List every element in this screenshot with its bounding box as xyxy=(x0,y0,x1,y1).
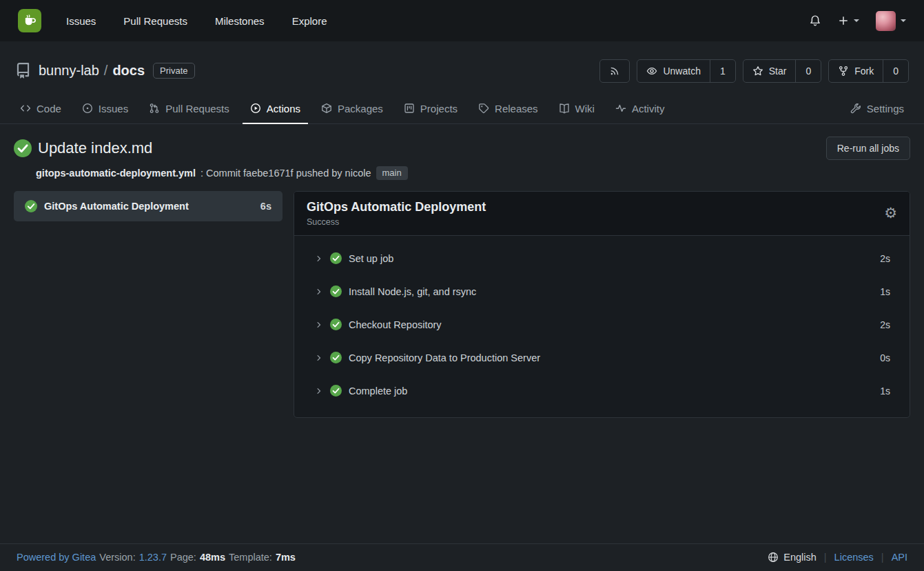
step-row[interactable]: Checkout Repository 2s xyxy=(294,308,910,341)
run-body: GitOps Automatic Deployment 6s GitOps Au… xyxy=(14,191,910,418)
tab-releases[interactable]: Releases xyxy=(471,94,546,124)
tab-wiki[interactable]: Wiki xyxy=(551,94,602,124)
navbar-right xyxy=(809,11,906,31)
play-circle-icon xyxy=(250,103,261,114)
tab-code[interactable]: Code xyxy=(12,94,69,124)
gitea-logo[interactable] xyxy=(18,9,41,32)
tab-packages[interactable]: Packages xyxy=(314,94,391,124)
pull-request-icon xyxy=(149,103,160,114)
fork-button[interactable]: Fork xyxy=(829,60,883,82)
tab-label: Pull Requests xyxy=(165,103,229,114)
gear-icon[interactable]: ⚙ xyxy=(884,206,897,221)
repo-name: bunny-lab / docs xyxy=(39,63,145,79)
step-row[interactable]: Complete job 1s xyxy=(294,374,910,408)
api-link[interactable]: API xyxy=(892,552,907,563)
package-icon xyxy=(321,103,332,114)
success-check-icon xyxy=(330,385,342,397)
issue-icon xyxy=(82,103,93,114)
repo-link[interactable]: docs xyxy=(112,63,145,79)
repo-owner-link[interactable]: bunny-lab xyxy=(39,63,99,79)
project-board-icon xyxy=(404,103,415,114)
wrench-icon xyxy=(850,103,861,114)
tab-settings[interactable]: Settings xyxy=(843,94,912,124)
star-icon xyxy=(752,66,763,77)
bell-icon xyxy=(809,14,821,27)
chevron-right-icon xyxy=(315,354,323,362)
step-name: Set up job xyxy=(349,253,393,264)
unwatch-button[interactable]: Unwatch xyxy=(637,60,709,82)
success-check-icon xyxy=(25,200,37,212)
nav-pull-requests[interactable]: Pull Requests xyxy=(110,8,201,34)
tag-icon xyxy=(478,103,489,114)
chevron-right-icon xyxy=(315,321,323,329)
tab-pull-requests[interactable]: Pull Requests xyxy=(141,94,237,124)
success-check-icon xyxy=(14,139,32,157)
tab-actions[interactable]: Actions xyxy=(243,94,308,124)
tab-activity[interactable]: Activity xyxy=(608,94,673,124)
job-panel-title: GitOps Automatic Deployment xyxy=(307,200,486,214)
tab-label: Issues xyxy=(99,103,128,114)
tab-label: Code xyxy=(37,103,61,114)
version-link[interactable]: 1.23.7 xyxy=(139,552,167,563)
tab-label: Actions xyxy=(267,103,300,114)
language-label: English xyxy=(783,552,817,563)
step-row[interactable]: Install Node.js, git, and rsync 1s xyxy=(294,275,910,308)
job-steps-list: Set up job 2s Install Node.js, git, and … xyxy=(294,236,910,417)
run-title-row: Update index.md Re-run all jobs xyxy=(14,137,910,160)
job-list-item[interactable]: GitOps Automatic Deployment 6s xyxy=(14,191,283,221)
language-selector[interactable]: English xyxy=(768,552,817,563)
branch-badge[interactable]: main xyxy=(376,166,408,180)
chevron-right-icon xyxy=(315,288,323,296)
job-name: GitOps Automatic Deployment xyxy=(44,201,189,212)
tab-issues[interactable]: Issues xyxy=(74,94,136,124)
rss-button[interactable] xyxy=(599,59,630,83)
repo-title-row: bunny-lab / docs Private Unwatch xyxy=(0,54,924,88)
step-duration: 0s xyxy=(880,352,890,363)
chevron-down-icon xyxy=(854,19,859,22)
tab-label: Settings xyxy=(867,103,904,114)
commit-info: : Commit faebe1671f pushed by nicole xyxy=(201,168,371,179)
fork-label: Fork xyxy=(854,66,874,77)
forks-count[interactable]: 0 xyxy=(883,60,908,82)
fork-button-group: Fork 0 xyxy=(828,59,909,83)
user-menu-button[interactable] xyxy=(876,11,906,31)
tab-label: Releases xyxy=(495,103,538,114)
repo-header: bunny-lab / docs Private Unwatch xyxy=(0,41,924,124)
repo-name-separator: / xyxy=(104,63,108,79)
book-icon xyxy=(559,103,570,114)
fork-icon xyxy=(838,66,849,77)
job-detail-panel: GitOps Automatic Deployment Success ⚙ Se… xyxy=(294,191,910,418)
watchers-count[interactable]: 1 xyxy=(710,60,735,82)
tab-label: Activity xyxy=(632,103,665,114)
notifications-button[interactable] xyxy=(809,14,821,27)
powered-by-gitea-link[interactable]: Powered by Gitea xyxy=(17,552,96,563)
create-new-button[interactable] xyxy=(838,15,859,26)
tab-projects[interactable]: Projects xyxy=(396,94,465,124)
rerun-all-jobs-button[interactable]: Re-run all jobs xyxy=(826,137,910,160)
nav-explore[interactable]: Explore xyxy=(278,8,341,34)
licenses-link[interactable]: Licenses xyxy=(834,552,874,563)
footer-right: English | Licenses | API xyxy=(768,552,907,563)
step-name: Install Node.js, git, and rsync xyxy=(349,286,476,297)
version-label: Version: xyxy=(99,552,135,563)
step-row[interactable]: Set up job 2s xyxy=(294,242,910,275)
repo-book-icon xyxy=(15,63,31,79)
star-label: Star xyxy=(769,66,787,77)
nav-issues[interactable]: Issues xyxy=(52,8,110,34)
star-button[interactable]: Star xyxy=(743,60,796,82)
chevron-right-icon xyxy=(315,387,323,395)
footer-separator: | xyxy=(881,552,884,563)
repo-action-buttons: Unwatch 1 Star 0 xyxy=(599,59,909,83)
tab-label: Projects xyxy=(420,103,458,114)
step-row[interactable]: Copy Repository Data to Production Serve… xyxy=(294,341,910,374)
rss-icon xyxy=(609,66,620,77)
nav-milestones[interactable]: Milestones xyxy=(201,8,278,34)
workflow-file-name[interactable]: gitops-automatic-deployment.yml xyxy=(36,168,196,179)
stars-count[interactable]: 0 xyxy=(795,60,821,82)
step-duration: 2s xyxy=(880,253,890,264)
step-duration: 1s xyxy=(880,286,890,297)
page-footer: Powered by Gitea Version: 1.23.7 Page: 4… xyxy=(0,543,924,571)
footer-separator: | xyxy=(824,552,827,563)
repo-tabs: Code Issues Pull Requests Actions P xyxy=(0,94,924,124)
run-title: Update index.md xyxy=(38,139,152,157)
